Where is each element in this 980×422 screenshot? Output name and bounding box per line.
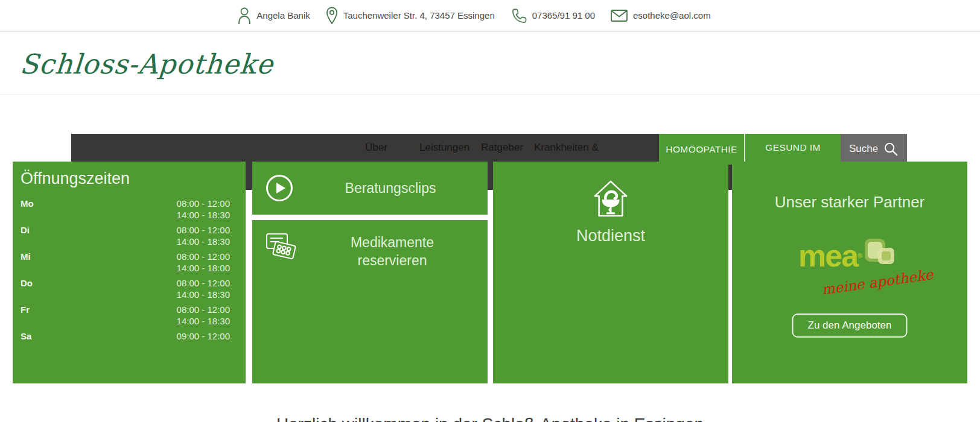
envelope-icon: [611, 10, 628, 22]
tab-homoeopathie[interactable]: HOMÖOPATHIE: [659, 134, 744, 165]
contact-phone[interactable]: 07365/91 91 00: [511, 7, 595, 24]
opening-hours-panel: Öffnungszeiten Mo 08:00 - 12:0014:00 - 1…: [13, 162, 246, 383]
nav-item-ueber[interactable]: Über: [365, 134, 387, 162]
hours-row-mo: Mo 08:00 - 12:0014:00 - 18:30: [21, 198, 230, 221]
partner-panel: Unser starker Partner mea® meine apothek…: [732, 162, 967, 383]
partner-offers-button[interactable]: Zu den Angeboten: [792, 313, 908, 338]
beratungsclips-label: Beratungsclips: [293, 180, 488, 197]
mea-logo-square-small: [878, 248, 894, 264]
services-panel: Beratungsclips Medikamente reservieren: [252, 162, 488, 383]
location-pin-icon: [326, 7, 338, 25]
play-icon: [266, 174, 293, 202]
search-button[interactable]: Suche: [841, 134, 907, 164]
hours-row-do: Do 08:00 - 12:0014:00 - 18:30: [21, 278, 230, 300]
notdienst-label: Notdienst: [576, 227, 645, 245]
pharmacy-house-icon: [592, 180, 629, 218]
search-label: Suche: [849, 143, 878, 155]
notdienst-panel[interactable]: Notdienst: [493, 162, 728, 383]
contact-phone-number: 07365/91 91 00: [532, 10, 595, 20]
contact-bar: Angela Banik Tauchenweiler Str. 4, 73457…: [0, 0, 980, 31]
site-logo[interactable]: Schloss-Apotheke: [19, 48, 275, 80]
nav-item-krankheiten[interactable]: Krankheiten &: [534, 134, 599, 162]
beratungsclips-card[interactable]: Beratungsclips: [252, 162, 488, 215]
contact-person-name: Angela Banik: [256, 10, 310, 20]
person-icon: [238, 7, 251, 25]
search-icon: [883, 142, 899, 157]
hours-row-sa: Sa 09:00 - 12:00: [21, 331, 230, 342]
phone-icon: [511, 7, 527, 24]
opening-hours-table: Mo 08:00 - 12:0014:00 - 18:30 Di 08:00 -…: [13, 188, 246, 342]
contact-email[interactable]: esotheke@aol.com: [611, 10, 711, 22]
medikamente-reservieren-card[interactable]: Medikamente reservieren: [252, 220, 488, 383]
pharmacy-homepage: Angela Banik Tauchenweiler Str. 4, 73457…: [0, 0, 980, 422]
contact-address: Tauchenweiler Str. 4, 73457 Essingen: [326, 7, 495, 25]
hours-row-mi: Mi 08:00 - 12:0014:00 - 18:00: [21, 251, 230, 274]
divider-line: [0, 94, 980, 95]
hours-row-fr: Fr 08:00 - 12:0014:00 - 18:30: [21, 304, 230, 327]
welcome-heading: Herzlich willkommen in der Schloß-Apothe…: [0, 415, 980, 422]
contact-person: Angela Banik: [238, 7, 310, 25]
partner-title: Unser starker Partner: [732, 193, 967, 212]
medication-blister-icon: [266, 232, 297, 260]
nav-item-leistungen[interactable]: Leistungen: [419, 134, 469, 162]
contact-email-address: esotheke@aol.com: [633, 10, 711, 20]
mea-logo: mea® meine apotheke: [768, 239, 931, 305]
contact-address-text: Tauchenweiler Str. 4, 73457 Essingen: [343, 10, 495, 20]
nav-item-ratgeber[interactable]: Ratgeber: [481, 134, 523, 162]
opening-hours-title: Öffnungszeiten: [13, 162, 246, 188]
mea-brand-text: mea®: [798, 244, 862, 268]
medikamente-label: Medikamente reservieren: [297, 233, 488, 269]
hours-row-di: Di 08:00 - 12:0014:00 - 18:30: [21, 225, 230, 247]
